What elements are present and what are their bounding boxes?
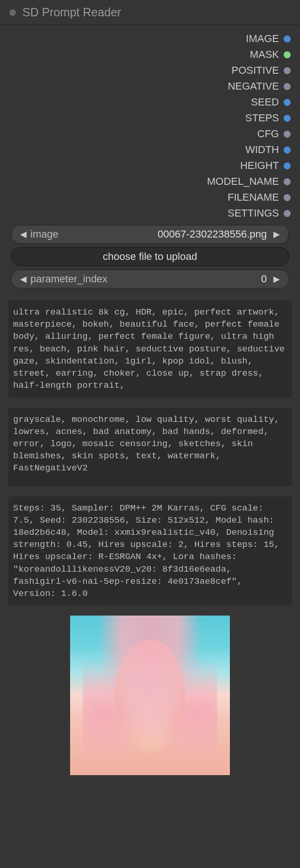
output-label: CFG xyxy=(257,128,279,140)
node-title: SD Prompt Reader xyxy=(22,6,121,19)
output-row: CFG xyxy=(9,126,291,142)
prev-image-arrow-icon[interactable]: ◀ xyxy=(18,229,29,239)
output-port-icon[interactable] xyxy=(284,162,291,169)
image-field-label: image xyxy=(30,228,58,240)
output-label: MASK xyxy=(250,49,279,61)
output-port-icon[interactable] xyxy=(284,83,291,90)
output-port-icon[interactable] xyxy=(284,178,291,185)
upload-button[interactable]: choose file to upload xyxy=(11,247,289,266)
upload-button-label: choose file to upload xyxy=(103,251,197,263)
node-header: SD Prompt Reader xyxy=(0,0,300,25)
output-label: HEIGHT xyxy=(240,160,279,172)
output-row: POSITIVE xyxy=(9,63,291,78)
output-label: NEGATIVE xyxy=(228,80,279,92)
positive-prompt-text[interactable]: ultra realistic 8k cg, HDR, epic, perfec… xyxy=(8,301,292,398)
output-row: NEGATIVE xyxy=(9,78,291,94)
output-label: SEED xyxy=(251,96,279,108)
output-label: STEPS xyxy=(245,112,279,124)
output-row: SEED xyxy=(9,94,291,110)
prev-param-arrow-icon[interactable]: ◀ xyxy=(18,274,29,284)
output-row: IMAGE xyxy=(9,31,291,47)
output-label: MODEL_NAME xyxy=(207,175,279,188)
param-index-value: 0 xyxy=(107,273,267,285)
settings-text[interactable]: Steps: 35, Sampler: DPM++ 2M Karras, CFG… xyxy=(8,497,292,606)
output-port-icon[interactable] xyxy=(284,131,291,138)
output-port-icon[interactable] xyxy=(284,147,291,154)
image-selector[interactable]: ◀ image 00067-2302238556.png ▶ xyxy=(11,225,289,244)
param-field-label: parameter_index xyxy=(30,273,107,285)
next-param-arrow-icon[interactable]: ▶ xyxy=(271,274,282,284)
controls-section: ◀ image 00067-2302238556.png ▶ choose fi… xyxy=(0,225,300,301)
output-label: WIDTH xyxy=(245,144,279,156)
output-port-icon[interactable] xyxy=(284,99,291,106)
output-port-icon[interactable] xyxy=(284,51,291,58)
output-row: SETTINGS xyxy=(9,205,291,221)
output-row: MODEL_NAME xyxy=(9,174,291,189)
output-port-icon[interactable] xyxy=(284,67,291,74)
output-row: MASK xyxy=(9,47,291,63)
output-row: HEIGHT xyxy=(9,158,291,174)
output-port-icon[interactable] xyxy=(284,210,291,217)
output-label: POSITIVE xyxy=(232,64,279,77)
output-port-icon[interactable] xyxy=(284,194,291,201)
header-dot-icon xyxy=(9,9,16,16)
negative-prompt-text[interactable]: grayscale, monochrome, low quality, wors… xyxy=(8,408,292,486)
output-row: FILENAME xyxy=(9,189,291,205)
image-preview xyxy=(70,616,230,775)
output-row: WIDTH xyxy=(9,142,291,158)
parameter-index-selector[interactable]: ◀ parameter_index 0 ▶ xyxy=(11,270,289,288)
output-label: IMAGE xyxy=(246,33,279,45)
outputs-list: IMAGEMASKPOSITIVENEGATIVESEEDSTEPSCFGWID… xyxy=(0,25,300,225)
output-label: SETTINGS xyxy=(228,207,279,219)
output-port-icon[interactable] xyxy=(284,35,291,42)
output-label: FILENAME xyxy=(228,191,279,203)
output-row: STEPS xyxy=(9,110,291,126)
image-filename-value: 00067-2302238556.png xyxy=(58,228,267,240)
output-port-icon[interactable] xyxy=(284,115,291,122)
next-image-arrow-icon[interactable]: ▶ xyxy=(271,229,282,239)
